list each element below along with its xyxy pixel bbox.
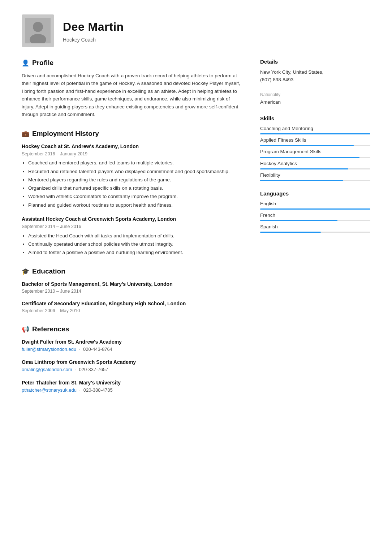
references-icon: 📢 xyxy=(22,325,29,334)
languages-title: Languages xyxy=(260,190,370,198)
ref-item-0: Dwight Fuller from St. Andrew's Academy … xyxy=(22,338,242,353)
bullet: Continually operated under school polici… xyxy=(28,241,242,248)
separator: · xyxy=(75,367,76,372)
job-title-1: Assistant Hockey Coach at Greenwich Spor… xyxy=(22,215,242,223)
bullet: Organized drills that nurtured specific … xyxy=(28,185,242,192)
profile-icon: 👤 xyxy=(22,59,29,68)
job-item-0: Hockey Coach at St. Andrew's Academy, Lo… xyxy=(22,143,242,209)
education-section-title: 🎓 Education xyxy=(22,266,242,277)
job-dates-1: September 2014 – June 2016 xyxy=(22,223,242,230)
sidebar-skills: Skills Coaching and Mentoring Applied Fi… xyxy=(260,115,370,181)
ref-name-2: Peter Thatcher from St. Mary's Universit… xyxy=(22,379,242,387)
lang-bar-fill-0 xyxy=(260,208,370,210)
ref-phone-0: 020-443-8764 xyxy=(83,347,112,352)
job-title-0: Hockey Coach at St. Andrew's Academy, Lo… xyxy=(22,143,242,150)
header-info: Dee Martin Hockey Coach xyxy=(63,18,124,44)
skill-name-4: Flexibility xyxy=(260,172,370,179)
skills-title: Skills xyxy=(260,115,370,123)
skill-bar-bg-3 xyxy=(260,168,370,169)
skill-item-2: Program Management Skills xyxy=(260,148,370,158)
skill-bar-bg-2 xyxy=(260,157,370,158)
lang-bar-fill-1 xyxy=(260,220,337,221)
sidebar-phone: (607) 898-8493 xyxy=(260,76,370,84)
references-section-title: 📢 References xyxy=(22,324,242,335)
lang-item-1: French xyxy=(260,212,370,221)
main-column: 👤 Profile Driven and accomplished Hockey… xyxy=(22,58,242,541)
lang-item-2: Spanish xyxy=(260,223,370,233)
lang-bar-fill-2 xyxy=(260,232,321,233)
ref-email-2[interactable]: pthatcher@stmarysuk.edu xyxy=(22,387,77,393)
skill-bar-bg-4 xyxy=(260,180,370,181)
candidate-name: Dee Martin xyxy=(63,18,124,35)
edu-degree-0: Bachelor of Sports Management, St. Mary'… xyxy=(22,280,242,288)
references-section: 📢 References Dwight Fuller from St. Andr… xyxy=(22,324,242,393)
ref-contact-0: fuller@stmaryslondon.edu · 020-443-8764 xyxy=(22,346,242,353)
skill-bar-fill-4 xyxy=(260,180,343,181)
avatar xyxy=(22,14,54,47)
svg-point-1 xyxy=(33,22,43,32)
bullet: Aimed to foster a positive a positive an… xyxy=(28,249,242,256)
edu-item-0: Bachelor of Sports Management, St. Mary'… xyxy=(22,280,242,295)
ref-phone-2: 020-388-4785 xyxy=(83,387,113,393)
sidebar-languages: Languages English French Spanish xyxy=(260,190,370,233)
ref-email-1[interactable]: omalin@gsalondon.com xyxy=(22,367,72,372)
ref-item-2: Peter Thatcher from St. Mary's Universit… xyxy=(22,379,242,394)
job-item-1: Assistant Hockey Coach at Greenwich Spor… xyxy=(22,215,242,257)
bullet: Worked with Athletic Coordinators to con… xyxy=(28,193,242,200)
skill-bar-fill-3 xyxy=(260,168,348,169)
education-section: 🎓 Education Bachelor of Sports Managemen… xyxy=(22,266,242,314)
ref-name-0: Dwight Fuller from St. Andrew's Academy xyxy=(22,338,242,346)
skill-bar-bg-0 xyxy=(260,133,370,134)
ref-contact-2: pthatcher@stmarysuk.edu · 020-388-4785 xyxy=(22,387,242,394)
resume-content: 👤 Profile Driven and accomplished Hockey… xyxy=(0,58,392,555)
employment-section-title: 💼 Employment History xyxy=(22,129,242,139)
bullet: Assisted the Head Coach with all tasks a… xyxy=(28,232,242,240)
job-dates-0: September 2016 – January 2019 xyxy=(22,151,242,158)
edu-item-1: Certificate of Secondary Education, King… xyxy=(22,300,242,314)
skill-item-3: Hockey Analytics xyxy=(260,160,370,169)
bullet: Coached and mentored players, and led te… xyxy=(28,159,242,167)
lang-name-0: English xyxy=(260,200,370,207)
job-bullets-0: Coached and mentored players, and led te… xyxy=(22,159,242,209)
bullet: Planned and guided workout routines to s… xyxy=(28,202,242,209)
skill-bar-bg-1 xyxy=(260,145,370,146)
lang-name-2: Spanish xyxy=(260,223,370,231)
ref-email-0[interactable]: fuller@stmaryslondon.edu xyxy=(22,347,76,352)
bullet: Recruited and retained talented players … xyxy=(28,168,242,175)
employment-icon: 💼 xyxy=(22,129,29,139)
lang-bar-bg-2 xyxy=(260,232,370,233)
lang-bar-bg-0 xyxy=(260,208,370,210)
sidebar-column: Details New York City, United States, (6… xyxy=(260,58,370,541)
skill-name-0: Coaching and Mentoring xyxy=(260,125,370,132)
resume-header: Dee Martin Hockey Coach xyxy=(0,0,392,58)
separator: · xyxy=(79,387,81,393)
candidate-job-title: Hockey Coach xyxy=(63,36,124,44)
skill-item-0: Coaching and Mentoring xyxy=(260,125,370,134)
ref-phone-1: 020-337-7657 xyxy=(79,367,108,372)
sidebar-location: New York City, United States, xyxy=(260,68,370,76)
skill-item-4: Flexibility xyxy=(260,172,370,181)
edu-dates-0: September 2010 – June 2014 xyxy=(22,288,242,295)
education-icon: 🎓 xyxy=(22,267,29,276)
profile-section-title: 👤 Profile xyxy=(22,58,242,68)
job-bullets-1: Assisted the Head Coach with all tasks a… xyxy=(22,232,242,257)
lang-bar-bg-1 xyxy=(260,220,370,221)
sidebar-details: Details New York City, United States, (6… xyxy=(260,58,370,106)
lang-item-0: English xyxy=(260,200,370,210)
lang-name-1: French xyxy=(260,212,370,219)
skill-item-1: Applied Fitness Skills xyxy=(260,137,370,146)
edu-degree-1: Certificate of Secondary Education, King… xyxy=(22,300,242,307)
skill-bar-fill-0 xyxy=(260,133,370,134)
details-title: Details xyxy=(260,58,370,66)
skill-bar-fill-1 xyxy=(260,145,354,146)
bullet: Mentored players regarding the rules and… xyxy=(28,176,242,184)
profile-text: Driven and accomplished Hockey Coach wit… xyxy=(22,72,242,119)
ref-item-1: Oma Linthrop from Greenwich Sports Acade… xyxy=(22,358,242,373)
edu-dates-1: September 2006 – May 2010 xyxy=(22,307,242,314)
profile-section: 👤 Profile Driven and accomplished Hockey… xyxy=(22,58,242,119)
ref-name-1: Oma Linthrop from Greenwich Sports Acade… xyxy=(22,358,242,366)
sidebar-nationality: American xyxy=(260,98,370,106)
nationality-label: Nationality xyxy=(260,91,370,98)
ref-contact-1: omalin@gsalondon.com · 020-337-7657 xyxy=(22,366,242,373)
skill-name-1: Applied Fitness Skills xyxy=(260,137,370,144)
